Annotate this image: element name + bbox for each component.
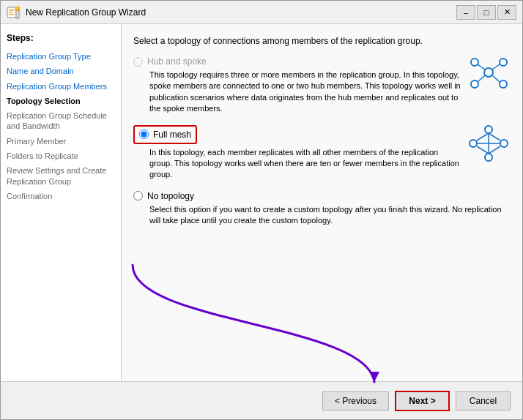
cancel-button[interactable]: Cancel: [456, 391, 511, 410]
sidebar: Steps: Replication Group Type Name and D…: [1, 24, 122, 381]
hub-spoke-text: Hub and spoke This topology requires thr…: [133, 56, 461, 115]
title-controls: – □ ✕: [456, 5, 516, 20]
svg-line-13: [478, 64, 485, 70]
svg-point-12: [500, 80, 507, 88]
hub-spoke-radio[interactable]: [133, 57, 143, 67]
sidebar-item-review-settings: Review Settings and Create Replication G…: [1, 163, 121, 189]
sidebar-item-replication-group-schedule: Replication Group Schedule and Bandwidth: [1, 108, 121, 134]
full-mesh-text: Full mesh In this topology, each member …: [133, 125, 461, 181]
title-bar: ★ New Replication Group Wizard – □ ✕: [1, 1, 522, 24]
no-topology-description: Select this option if you want to create…: [149, 204, 511, 227]
no-topology-radio-row: No topology: [133, 191, 511, 201]
minimize-button[interactable]: –: [456, 5, 475, 20]
svg-point-19: [485, 154, 492, 161]
svg-point-11: [471, 80, 478, 88]
svg-point-20: [470, 140, 477, 147]
footer: < Previous Next > Cancel: [1, 381, 522, 419]
content-area: Steps: Replication Group Type Name and D…: [1, 24, 522, 381]
full-mesh-radio-box: Full mesh: [133, 125, 197, 144]
main-panel: Select a topology of connections among m…: [122, 24, 522, 381]
hub-spoke-radio-row: Hub and spoke: [133, 56, 461, 67]
sidebar-item-topology-selection: Topology Selection: [1, 94, 121, 108]
svg-line-15: [478, 75, 485, 82]
hub-and-spoke-option: Hub and spoke This topology requires thr…: [133, 56, 511, 115]
sidebar-title: Steps:: [1, 30, 121, 49]
svg-line-24: [489, 146, 500, 154]
hub-spoke-description: This topology requires three or more mem…: [149, 70, 461, 115]
full-mesh-description: In this topology, each member replicates…: [149, 147, 461, 181]
sidebar-item-replication-group-members[interactable]: Replication Group Members: [1, 79, 121, 94]
svg-line-25: [477, 146, 489, 154]
close-button[interactable]: ✕: [497, 5, 516, 20]
sidebar-item-folders-to-replicate: Folders to Replicate: [1, 149, 121, 163]
hub-spoke-icon: [467, 56, 511, 93]
svg-rect-2: [9, 12, 13, 13]
no-topology-radio[interactable]: [133, 191, 143, 200]
svg-text:★: ★: [17, 7, 20, 11]
maximize-button[interactable]: □: [477, 5, 496, 20]
next-button[interactable]: Next >: [395, 391, 450, 411]
no-topology-text: No topology Select this option if you wa…: [133, 191, 511, 227]
full-mesh-radio[interactable]: [139, 130, 149, 139]
svg-rect-1: [9, 10, 15, 11]
wizard-icon: ★: [7, 6, 20, 19]
sidebar-item-primary-member: Primary Member: [1, 134, 121, 149]
svg-point-8: [484, 68, 493, 77]
full-mesh-option: Full mesh In this topology, each member …: [133, 125, 511, 181]
hub-spoke-label: Hub and spoke: [147, 56, 207, 67]
svg-line-21: [489, 133, 500, 140]
title-bar-left: ★ New Replication Group Wizard: [7, 6, 146, 19]
sidebar-item-confirmation: Confirmation: [1, 189, 121, 203]
main-instruction: Select a topology of connections among m…: [133, 36, 511, 46]
previous-button[interactable]: < Previous: [322, 391, 389, 410]
wizard-window: ★ New Replication Group Wizard – □ ✕ Ste…: [0, 0, 523, 420]
svg-line-22: [477, 133, 489, 140]
full-mesh-label: Full mesh: [153, 130, 191, 140]
svg-point-10: [500, 59, 507, 66]
svg-line-14: [492, 64, 500, 70]
svg-rect-3: [9, 14, 14, 15]
svg-point-17: [485, 126, 492, 133]
no-topology-label: No topology: [147, 191, 194, 201]
sidebar-item-name-and-domain[interactable]: Name and Domain: [1, 64, 121, 78]
svg-point-9: [471, 59, 478, 66]
full-mesh-icon: [467, 125, 511, 162]
no-topology-option: No topology Select this option if you wa…: [133, 191, 511, 227]
window-title: New Replication Group Wizard: [26, 7, 146, 18]
sidebar-item-replication-group-type[interactable]: Replication Group Type: [1, 49, 121, 64]
svg-line-16: [492, 75, 500, 82]
svg-point-18: [500, 140, 508, 147]
